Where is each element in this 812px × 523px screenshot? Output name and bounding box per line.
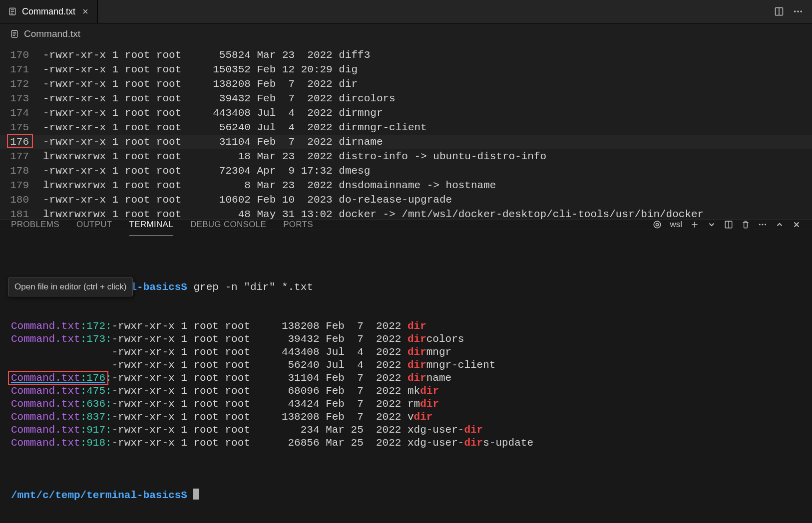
line-number[interactable]: 171 (0, 62, 43, 77)
line-number: 169 (0, 44, 43, 48)
line-number[interactable]: 178 (0, 164, 43, 178)
svg-point-21 (759, 224, 761, 226)
line-number[interactable]: 177 (0, 149, 43, 164)
grep-file-link[interactable]: Command.txt (11, 372, 80, 384)
grep-file-link[interactable]: Command.txt (11, 398, 80, 410)
grep-line-number[interactable]: 636 (86, 398, 105, 410)
breadcrumb[interactable]: Command.txt (0, 23, 812, 44)
grep-file-link[interactable]: Command.txt (11, 333, 80, 345)
line-number[interactable]: 174 (0, 106, 43, 120)
tab-command-txt[interactable]: Command.txt (0, 0, 98, 23)
editor-line: 181lrwxrwxrwx 1 root root 48 May 31 13:0… (0, 207, 812, 219)
editor[interactable]: 169 -rwxr-xr-x 1 root root 155080 Mar 23… (0, 44, 812, 219)
code-line: -rwxr-xr-x 1 root root 39432 Feb 7 2022 … (43, 91, 396, 106)
editor-line: 173-rwxr-xr-x 1 root root 39432 Feb 7 20… (0, 91, 812, 106)
line-number[interactable]: 176 (0, 135, 43, 149)
code-line: lrwxrwxrwx 1 root root 18 Mar 23 2022 di… (43, 149, 546, 164)
line-number[interactable]: 179 (0, 178, 43, 193)
grep-file-link[interactable]: Command.txt (11, 437, 80, 449)
line-number[interactable]: 181 (0, 207, 43, 219)
tabbar-spacer (98, 0, 765, 23)
panel-tab-ports[interactable]: PORTS (283, 220, 313, 230)
svg-point-10 (801, 10, 803, 12)
split-editor-icon[interactable] (774, 6, 784, 16)
grep-file-link[interactable]: Command.txt (11, 385, 80, 397)
terminal-line: Command.txt:172:-rwxr-xr-x 1 root root 1… (11, 320, 801, 333)
terminal-line: Command.txt:475:-rwxr-xr-x 1 root root 6… (11, 385, 801, 398)
grep-line-number[interactable]: 917 (86, 424, 105, 436)
line-number[interactable]: 175 (0, 120, 43, 135)
line-number[interactable]: 173 (0, 91, 43, 106)
panel-tab-debug[interactable]: DEBUG CONSOLE (190, 220, 266, 230)
grep-file-link[interactable]: Command.txt (11, 424, 80, 436)
prompt-suffix: $ (181, 281, 187, 293)
editor-line: 175-rwxr-xr-x 1 root root 56240 Jul 4 20… (0, 120, 812, 135)
wsl-icon[interactable] (653, 220, 662, 229)
grep-match: dir (407, 372, 426, 384)
grep-line-number[interactable]: 837 (86, 411, 105, 423)
terminal-line: Command.txt:173:-rwxr-xr-x 1 root root 3… (11, 333, 801, 346)
code-line: -rwxr-xr-x 1 root root 443408 Jul 4 2022… (43, 106, 383, 120)
panel-tab-output[interactable]: OUTPUT (76, 220, 112, 230)
svg-point-23 (765, 224, 766, 226)
split-terminal-icon[interactable] (724, 220, 733, 229)
file-lines-icon (10, 29, 19, 38)
editor-line: 170-rwxr-xr-x 1 root root 55824 Mar 23 2… (0, 48, 812, 62)
grep-file-link[interactable]: Command.txt (11, 411, 80, 423)
grep-match: dir (420, 398, 439, 410)
terminal-line: /mnt/c/temp/terminal-basics$ (11, 489, 801, 502)
panel-tab-problems[interactable]: PROBLEMS (11, 220, 59, 230)
code-line: -rwxr-xr-x 1 root root 56240 Jul 4 2022 … (43, 120, 427, 135)
prompt-suffix: $ (181, 490, 187, 501)
code-line: -rwxr-xr-x 1 root root 72304 Apr 9 17:32… (43, 164, 370, 178)
terminal[interactable]: /mnt/c/temp/terminal-basics$ grep -n "di… (0, 230, 812, 523)
editor-line: 178-rwxr-xr-x 1 root root 72304 Apr 9 17… (0, 164, 812, 178)
code-line: -rwxr-xr-x 1 root root 10602 Feb 10 2023… (43, 193, 452, 207)
editor-line: 171-rwxr-xr-x 1 root root 150352 Feb 12 … (0, 62, 812, 77)
editor-tabbar: Command.txt (0, 0, 812, 23)
editor-line: 174-rwxr-xr-x 1 root root 443408 Jul 4 2… (0, 106, 812, 120)
more-actions-icon[interactable] (793, 6, 803, 16)
terminal-command: grep -n "dir" *.txt (193, 281, 313, 293)
more-icon[interactable] (758, 220, 767, 229)
close-icon[interactable] (80, 6, 90, 16)
file-lines-icon (8, 7, 17, 16)
trash-icon[interactable] (741, 220, 750, 229)
code-line: -rwxr-xr-x 1 root root 55824 Mar 23 2022… (43, 48, 370, 62)
editor-line: 180-rwxr-xr-x 1 root root 10602 Feb 10 2… (0, 193, 812, 207)
grep-match: dir (464, 437, 483, 449)
grep-match: dir (464, 424, 483, 436)
chevron-down-icon[interactable] (707, 220, 716, 229)
editor-line: 179lrwxrwxrwx 1 root root 8 Mar 23 2022 … (0, 178, 812, 193)
grep-match: dir (407, 359, 426, 371)
line-number[interactable]: 170 (0, 48, 43, 62)
terminal-cursor (193, 489, 199, 500)
panel-actions: wsl (653, 220, 801, 230)
svg-point-22 (762, 224, 764, 226)
grep-line-number[interactable]: 918 (86, 437, 105, 449)
grep-match: dir (414, 411, 433, 423)
breadcrumb-filename: Command.txt (24, 28, 80, 39)
editor-line: 176-rwxr-xr-x 1 root root 31104 Feb 7 20… (0, 135, 812, 149)
panel-tab-terminal[interactable]: TERMINAL (129, 220, 173, 230)
terminal-line: Command.txt:175:-rwxr-xr-x 1 root root 5… (11, 359, 801, 372)
grep-match: dir (407, 333, 426, 345)
grep-line-number[interactable]: 172 (86, 320, 105, 332)
terminal-line: Command.txt:174:-rwxr-xr-x 1 root root 4… (11, 346, 801, 359)
code-line: -rwxr-xr-x 1 root root 31104 Feb 7 2022 … (43, 135, 383, 149)
grep-match: dir (407, 320, 426, 332)
close-panel-icon[interactable] (792, 220, 801, 229)
line-number[interactable]: 172 (0, 77, 43, 91)
new-terminal-icon[interactable] (690, 220, 699, 229)
grep-line-number[interactable]: 176 (86, 372, 105, 384)
line-number[interactable]: 180 (0, 193, 43, 207)
terminal-shell-label[interactable]: wsl (670, 220, 682, 230)
terminal-cwd: /mnt/c/temp/terminal-basics (11, 490, 181, 501)
grep-line-number[interactable]: 475 (86, 385, 105, 397)
editor-line: 172-rwxr-xr-x 1 root root 138208 Feb 7 2… (0, 77, 812, 91)
panel-header: PROBLEMS OUTPUT TERMINAL DEBUG CONSOLE P… (0, 220, 812, 230)
terminal-line: Command.txt:837:-rwxr-xr-x 1 root root 1… (11, 411, 801, 424)
grep-line-number[interactable]: 173 (86, 333, 105, 345)
grep-file-link[interactable]: Command.txt (11, 320, 80, 332)
chevron-up-icon[interactable] (775, 220, 784, 229)
